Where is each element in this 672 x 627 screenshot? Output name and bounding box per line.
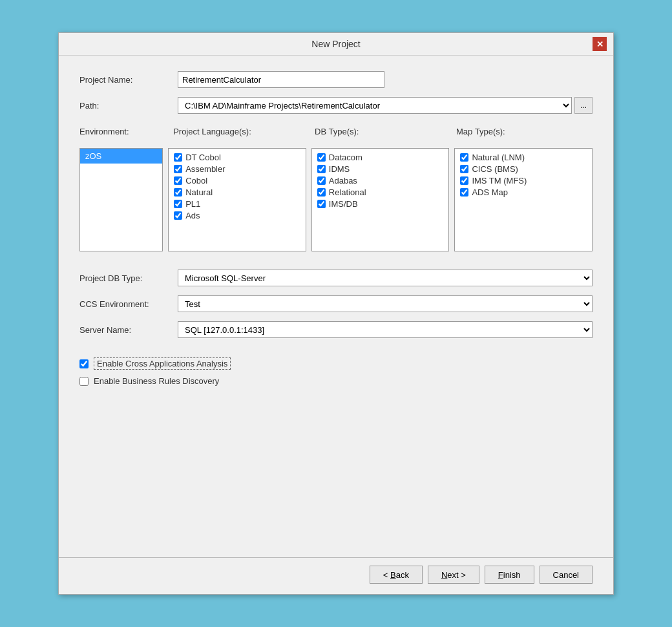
lang-assembler-label: Assembler xyxy=(185,164,225,174)
enable-business-rules-label: Enable Business Rules Discovery xyxy=(94,376,219,386)
lang-cobol-label: Cobol xyxy=(185,176,207,186)
db-datacom: Datacom xyxy=(317,153,444,162)
server-name-label: Server Name: xyxy=(79,325,170,335)
db-relational: Relational xyxy=(317,187,444,197)
map-cics-bms: CICS (BMS) xyxy=(460,164,587,174)
path-select[interactable]: C:\IBM AD\Mainframe Projects\RetirementC… xyxy=(178,97,572,114)
lang-dt-cobol-checkbox[interactable] xyxy=(174,153,182,162)
lang-ads-label: Ads xyxy=(185,211,200,220)
project-db-type-select[interactable]: Microsoft SQL-Server Oracle DB2 xyxy=(178,270,593,286)
next-button[interactable]: Next > xyxy=(428,566,479,584)
environment-list: zOS xyxy=(79,148,163,251)
project-name-input[interactable] xyxy=(178,71,384,88)
button-row: < Back Next > Finish Cancel xyxy=(59,558,613,594)
server-name-row: Server Name: SQL [127.0.0.1:1433] xyxy=(79,321,593,338)
enable-cross-app-label: Enable Cross Applications Analysis xyxy=(94,357,231,370)
env-item-zos[interactable]: zOS xyxy=(80,149,162,164)
path-input-group: C:\IBM AD\Mainframe Projects\RetirementC… xyxy=(178,97,593,114)
project-db-type-row: Project DB Type: Microsoft SQL-Server Or… xyxy=(79,270,593,286)
lang-ads-checkbox[interactable] xyxy=(174,211,182,220)
map-types-header: Map Type(s): xyxy=(456,127,593,136)
enable-business-rules-row: Enable Business Rules Discovery xyxy=(79,376,593,386)
dialog-body: Project Name: Path: C:\IBM AD\Mainframe … xyxy=(59,56,613,557)
lang-pl1: PL1 xyxy=(174,199,300,209)
close-button[interactable]: ✕ xyxy=(593,37,607,51)
lang-ads: Ads xyxy=(174,211,300,220)
lang-dt-cobol-label: DT Cobol xyxy=(185,153,221,162)
map-ads-map: ADS Map xyxy=(460,187,587,197)
lang-pl1-label: PL1 xyxy=(185,199,200,209)
environment-header: Environment: xyxy=(79,127,168,136)
map-ims-tm-mfs-label: IMS TM (MFS) xyxy=(472,176,527,186)
lang-dt-cobol: DT Cobol xyxy=(174,153,300,162)
finish-button[interactable]: Finish xyxy=(485,566,534,584)
map-ims-tm-mfs-checkbox[interactable] xyxy=(460,176,468,185)
map-natural-lnm-checkbox[interactable] xyxy=(460,153,468,162)
map-types-list: Natural (LNM) CICS (BMS) IMS TM (MFS) AD… xyxy=(454,148,593,251)
ccs-environment-row: CCS Environment: Test Production Develop… xyxy=(79,295,593,312)
db-types-header: DB Type(s): xyxy=(315,127,451,136)
project-languages-list: DT Cobol Assembler Cobol Natural PL1 xyxy=(168,148,306,251)
map-cics-bms-checkbox[interactable] xyxy=(460,165,468,173)
lists-row: zOS DT Cobol Assembler Cobol Nat xyxy=(79,148,593,251)
db-imsdb: IMS/DB xyxy=(317,199,444,209)
lang-assembler-checkbox[interactable] xyxy=(174,165,182,173)
db-datacom-checkbox[interactable] xyxy=(317,153,326,162)
map-natural-lnm: Natural (LNM) xyxy=(460,153,587,162)
checkboxes-section: Enable Cross Applications Analysis Enabl… xyxy=(79,357,593,386)
map-ads-map-label: ADS Map xyxy=(472,187,508,197)
map-ims-tm-mfs: IMS TM (MFS) xyxy=(460,176,587,186)
ccs-environment-select[interactable]: Test Production Development xyxy=(178,295,593,312)
db-adabas-label: Adabas xyxy=(329,176,357,186)
db-idms-label: IDMS xyxy=(329,164,350,174)
project-name-label: Project Name: xyxy=(79,75,170,85)
map-ads-map-checkbox[interactable] xyxy=(460,188,468,197)
db-types-header-col: DB Type(s): xyxy=(315,127,451,139)
languages-header-col: Project Language(s): xyxy=(173,127,310,139)
section-headers-row: Environment: Project Language(s): DB Typ… xyxy=(79,127,593,139)
path-label: Path: xyxy=(79,101,170,111)
map-natural-lnm-label: Natural (LNM) xyxy=(472,153,525,162)
map-types-header-col: Map Type(s): xyxy=(456,127,593,139)
db-idms-checkbox[interactable] xyxy=(317,165,326,173)
new-project-dialog: New Project ✕ Project Name: Path: C:\IBM… xyxy=(58,32,614,595)
db-adabas: Adabas xyxy=(317,176,444,186)
enable-cross-app-row: Enable Cross Applications Analysis xyxy=(79,357,593,370)
enable-cross-app-checkbox[interactable] xyxy=(79,359,89,368)
server-name-select[interactable]: SQL [127.0.0.1:1433] xyxy=(178,321,593,338)
lang-assembler: Assembler xyxy=(174,164,300,174)
db-relational-label: Relational xyxy=(329,187,366,197)
lang-cobol-checkbox[interactable] xyxy=(174,176,182,185)
db-datacom-label: Datacom xyxy=(329,153,362,162)
lang-natural-checkbox[interactable] xyxy=(174,188,182,197)
lang-natural-label: Natural xyxy=(185,187,213,197)
browse-button[interactable]: ... xyxy=(574,97,593,114)
db-types-list: Datacom IDMS Adabas Relational IMS/DB xyxy=(311,148,450,251)
lang-natural: Natural xyxy=(174,187,300,197)
lang-pl1-checkbox[interactable] xyxy=(174,200,182,208)
enable-business-rules-checkbox[interactable] xyxy=(79,377,89,386)
project-languages-header: Project Language(s): xyxy=(173,127,310,136)
db-idms: IDMS xyxy=(317,164,444,174)
path-row: Path: C:\IBM AD\Mainframe Projects\Retir… xyxy=(79,97,593,114)
map-cics-bms-label: CICS (BMS) xyxy=(472,164,518,174)
lang-cobol: Cobol xyxy=(174,176,300,186)
cancel-button[interactable]: Cancel xyxy=(540,566,593,584)
db-imsdb-label: IMS/DB xyxy=(329,199,358,209)
project-name-row: Project Name: xyxy=(79,71,593,88)
db-relational-checkbox[interactable] xyxy=(317,188,326,197)
back-button[interactable]: < Back xyxy=(370,566,423,584)
project-db-type-label: Project DB Type: xyxy=(79,273,170,283)
title-bar: New Project ✕ xyxy=(59,33,613,56)
db-imsdb-checkbox[interactable] xyxy=(317,200,326,208)
ccs-environment-label: CCS Environment: xyxy=(79,299,170,309)
dialog-title: New Project xyxy=(79,39,593,49)
db-adabas-checkbox[interactable] xyxy=(317,176,326,185)
environment-header-col: Environment: xyxy=(79,127,168,139)
